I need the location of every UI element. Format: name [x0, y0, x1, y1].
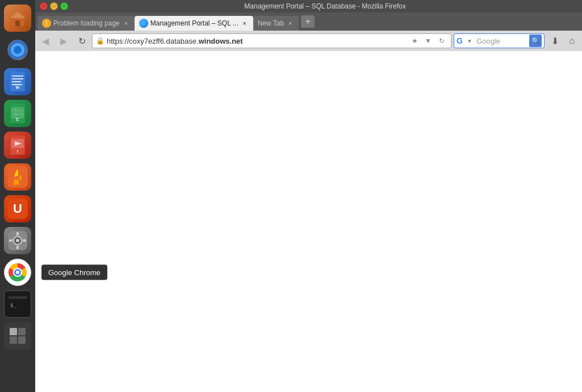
launcher-wrapper-chrome: Google Chrome [4, 256, 31, 288]
svg-rect-29 [16, 246, 19, 249]
launcher-icon-terminal[interactable]: $_ [4, 290, 31, 318]
search-input[interactable]: Google [476, 37, 528, 45]
launcher-icon-firefox[interactable] [4, 36, 31, 64]
launcher-icon-settings[interactable] [4, 227, 31, 254]
new-tab-button[interactable]: + [301, 15, 315, 28]
tab-close-3[interactable]: × [286, 19, 294, 27]
titlebar: × − + Management Portal – SQL Database -… [35, 0, 582, 12]
svg-rect-30 [9, 239, 12, 242]
search-bar[interactable]: G ▼ Google 🔍 [454, 33, 545, 48]
browser-window: × − + Management Portal – SQL Database -… [35, 0, 582, 392]
svg-rect-8 [12, 78, 23, 79]
svg-rect-37 [8, 296, 27, 299]
tab-new-tab[interactable]: New Tab × [253, 16, 299, 31]
browser-content [35, 51, 582, 392]
tab-label-2: Management Portal – SQL ... [150, 19, 238, 27]
close-button[interactable]: × [40, 2, 48, 10]
tab-label-1: Problem loading page [53, 19, 120, 27]
tab-problem-loading[interactable]: ! Problem loading page × [37, 16, 135, 31]
tab-management-portal[interactable]: Management Portal – SQL ... × [135, 16, 253, 31]
nav-right-buttons: ⬇ ⌂ [547, 33, 580, 49]
svg-point-5 [14, 46, 22, 54]
refresh-button[interactable]: ↻ [74, 33, 90, 49]
launcher-icon-app1[interactable] [4, 163, 31, 191]
svg-rect-7 [12, 75, 23, 77]
svg-marker-1 [10, 11, 26, 18]
address-bar[interactable]: 🔒 https://coxy7ezff6.database.windows.ne… [92, 33, 451, 48]
window-controls: × − + [40, 2, 68, 10]
launcher: W C I U [0, 0, 35, 392]
launcher-icon-impress[interactable]: I [4, 132, 31, 159]
minimize-button[interactable]: − [50, 2, 58, 10]
google-g-icon: G [457, 36, 463, 45]
launcher-icon-calc[interactable]: C [4, 100, 31, 127]
launcher-icon-writer[interactable]: W [4, 68, 31, 95]
window-title: Management Portal – SQL Database - Mozil… [73, 2, 577, 10]
home-nav-button[interactable]: ⌂ [564, 33, 580, 49]
url-plain-part: https://coxy7ezff6.database. [107, 37, 199, 45]
launcher-icon-workspace[interactable] [4, 322, 31, 349]
svg-rect-28 [16, 232, 19, 235]
svg-rect-2 [15, 20, 20, 26]
launcher-icon-ubuntu-one[interactable]: U [4, 195, 31, 222]
maximize-button[interactable]: + [60, 2, 68, 10]
tab-browser-icon [139, 19, 148, 28]
svg-rect-31 [23, 239, 26, 242]
svg-point-35 [16, 271, 19, 274]
reload-icon[interactable]: ↻ [436, 35, 447, 47]
lock-icon: 🔒 [96, 37, 104, 45]
svg-text:$_: $_ [10, 302, 16, 308]
launcher-icon-chrome[interactable] [4, 259, 31, 286]
svg-text:W: W [15, 85, 20, 90]
bookmark-icon[interactable]: ★ [409, 35, 420, 47]
tabbar: ! Problem loading page × Management Port… [35, 12, 582, 31]
launcher-icon-home[interactable] [4, 5, 31, 32]
back-button[interactable]: ◀ [37, 33, 53, 49]
url-text: https://coxy7ezff6.database.windows.net [107, 37, 407, 45]
tab-close-1[interactable]: × [122, 19, 130, 27]
tab-label-3: New Tab [258, 19, 284, 27]
tab-close-2[interactable]: × [241, 19, 249, 27]
tab-warning-icon: ! [42, 19, 51, 28]
url-highlight-part: windows.net [199, 37, 243, 45]
search-dropdown-icon[interactable]: ▼ [464, 35, 475, 47]
svg-text:C: C [16, 117, 19, 122]
svg-text:U: U [13, 201, 22, 216]
address-dropdown-icon[interactable]: ▼ [422, 35, 434, 47]
downloads-button[interactable]: ⬇ [547, 33, 563, 49]
svg-rect-9 [12, 81, 21, 82]
svg-point-27 [16, 239, 19, 242]
navbar: ◀ ▶ ↻ 🔒 https://coxy7ezff6.database.wind… [35, 31, 582, 51]
search-submit-button[interactable]: 🔍 [529, 35, 542, 47]
forward-button[interactable]: ▶ [56, 33, 72, 49]
svg-text:I: I [17, 149, 18, 154]
